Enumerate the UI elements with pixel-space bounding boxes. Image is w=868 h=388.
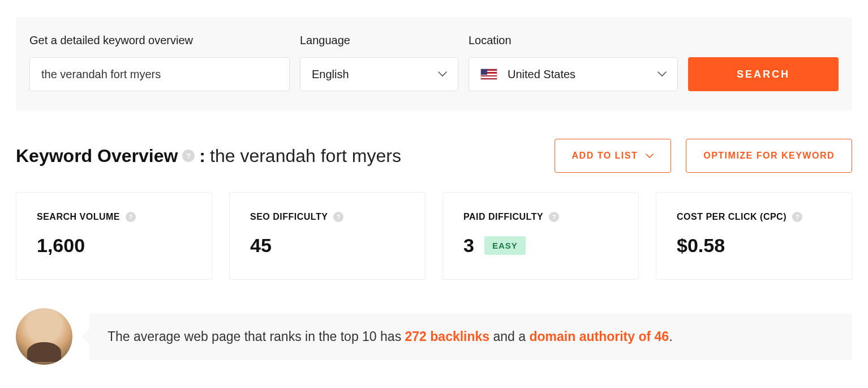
metric-label: COST PER CLICK (CPC)	[677, 212, 787, 222]
metric-value: $0.58	[677, 234, 725, 257]
avatar	[16, 308, 72, 365]
chevron-down-icon	[646, 151, 654, 161]
overview-actions: ADD TO LIST OPTIMIZE FOR KEYWORD	[555, 139, 852, 173]
language-select-value: English	[312, 68, 349, 81]
metric-search-volume: SEARCH VOLUME ? 1,600	[16, 192, 212, 280]
insight-text: The average web page that ranks in the t…	[89, 313, 852, 360]
location-field-label: Location	[469, 34, 678, 47]
overview-title: Keyword Overview ? : the verandah fort m…	[16, 146, 401, 167]
metric-seo-difficulty: SEO DIFFICULTY ? 45	[229, 192, 426, 280]
location-field-group: Location United States	[469, 34, 678, 91]
search-button[interactable]: SEARCH	[688, 57, 839, 91]
keyword-input[interactable]	[29, 57, 290, 91]
insight-post: .	[669, 329, 672, 344]
help-icon[interactable]: ?	[549, 212, 559, 222]
language-field-group: Language English	[300, 34, 458, 91]
overview-title-prefix: Keyword Overview	[16, 146, 178, 167]
overview-title-keyword: the verandah fort myers	[210, 146, 401, 167]
difficulty-badge: EASY	[484, 236, 526, 255]
language-field-label: Language	[300, 34, 458, 47]
overview-title-sep: :	[199, 146, 205, 167]
insight-mid: and a	[489, 329, 529, 344]
add-to-list-button[interactable]: ADD TO LIST	[555, 139, 672, 173]
insight-row: The average web page that ranks in the t…	[16, 308, 852, 365]
help-icon[interactable]: ?	[792, 212, 802, 222]
location-select[interactable]: United States	[469, 57, 678, 91]
metric-label: SEO DIFFICULTY	[250, 212, 328, 222]
overview-header: Keyword Overview ? : the verandah fort m…	[16, 139, 852, 173]
help-icon[interactable]: ?	[182, 150, 195, 162]
metric-label: PAID DIFFICULTY	[463, 212, 543, 222]
keyword-field-group: Get a detailed keyword overview	[29, 34, 290, 91]
language-select[interactable]: English	[300, 57, 458, 91]
chevron-down-icon	[657, 69, 667, 79]
metric-value: 3	[463, 234, 474, 257]
metric-value: 1,600	[37, 234, 85, 257]
chevron-down-icon	[437, 69, 448, 79]
insight-backlinks: 272 backlinks	[405, 329, 490, 344]
us-flag-icon	[480, 69, 497, 80]
help-icon[interactable]: ?	[333, 212, 343, 222]
location-select-value: United States	[508, 68, 575, 81]
help-icon[interactable]: ?	[126, 212, 136, 222]
optimize-label: OPTIMIZE FOR KEYWORD	[703, 151, 835, 161]
metric-paid-difficulty: PAID DIFFICULTY ? 3 EASY	[442, 192, 639, 280]
optimize-button[interactable]: OPTIMIZE FOR KEYWORD	[686, 139, 852, 173]
metric-value: 45	[250, 234, 272, 257]
metric-cpc: COST PER CLICK (CPC) ? $0.58	[656, 192, 852, 280]
insight-pre: The average web page that ranks in the t…	[108, 329, 405, 344]
keyword-field-label: Get a detailed keyword overview	[29, 34, 290, 47]
add-to-list-label: ADD TO LIST	[572, 151, 638, 161]
metric-label: SEARCH VOLUME	[37, 212, 120, 222]
search-panel: Get a detailed keyword overview Language…	[16, 17, 852, 110]
metrics-grid: SEARCH VOLUME ? 1,600 SEO DIFFICULTY ? 4…	[16, 192, 852, 280]
insight-authority: domain authority of 46	[529, 329, 669, 344]
